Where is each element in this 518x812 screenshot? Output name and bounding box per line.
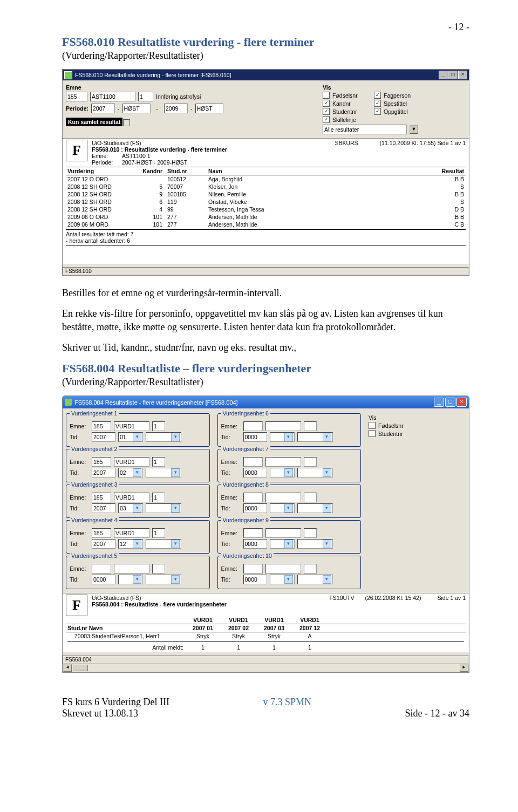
tid-extra-select[interactable]: ▾ [146,468,181,477]
periode-from-term-input[interactable]: HØST [122,104,151,113]
tid-extra-select[interactable]: ▾ [297,432,333,442]
skillelinje-checkbox[interactable]: ✓ [323,116,330,123]
emne-nr-input[interactable] [304,421,317,431]
chevron-down-icon[interactable]: ▾ [284,468,293,477]
tid-term-select[interactable]: 03▾ [118,503,143,513]
tid-year-input[interactable]: 0000 [92,575,115,584]
tid-term-select[interactable]: ▾ [270,503,295,513]
tid-year-input[interactable]: 0000 [243,468,267,477]
fodselsnr-checkbox-2[interactable] [369,422,376,429]
emne-nr-input[interactable] [304,457,317,467]
chevron-down-icon[interactable]: ▾ [284,575,293,584]
tid-term-select[interactable]: ▾ [270,575,295,584]
chevron-down-icon[interactable]: ▾ [284,504,293,513]
close-button[interactable]: × [458,71,467,79]
tid-extra-select[interactable]: ▾ [146,432,181,442]
emne-kode-input[interactable] [265,493,301,502]
tid-extra-select[interactable]: ▾ [297,539,333,549]
chevron-down-icon[interactable]: ▾ [171,504,180,513]
emne-kode-input[interactable] [114,564,149,574]
resultater-select[interactable]: Alle resultater [323,125,407,134]
scroll-left-icon[interactable]: ◄ [63,664,72,672]
emne-kode-input[interactable] [265,564,301,574]
chevron-down-icon[interactable]: ▾ [171,433,180,441]
tid-extra-select[interactable]: ▾ [297,468,333,477]
chevron-down-icon[interactable]: ▾ [284,540,293,548]
chevron-down-icon[interactable]: ▾ [323,433,331,441]
emne-kode-input[interactable] [265,421,301,431]
tid-year-input[interactable]: 2007 [92,468,115,477]
emne-kode-input[interactable]: AST1100 [90,92,135,101]
emne-nr-input[interactable]: 1 [138,92,153,101]
minimize-button[interactable]: _ [434,398,444,407]
emne-inst-input[interactable]: 185 [92,421,111,431]
chevron-down-icon[interactable]: ▾ [133,504,141,513]
emne-inst-input[interactable] [243,564,263,574]
chevron-down-icon[interactable]: ▾ [323,540,331,548]
tid-year-input[interactable]: 2007 [92,432,115,442]
close-button[interactable]: × [456,398,467,407]
minimize-button[interactable]: _ [439,71,448,79]
tid-year-input[interactable]: 0000 [243,575,267,584]
maximize-button[interactable]: □ [445,398,455,407]
chevron-down-icon[interactable]: ▾ [133,468,141,477]
emne-inst-input[interactable]: 185 [92,493,111,502]
horizontal-scrollbar[interactable]: ◄ ► [63,664,469,672]
chevron-down-icon[interactable]: ▾ [171,468,180,477]
fagperson-checkbox[interactable]: ✓ [374,92,381,99]
emne-inst-input[interactable] [243,457,263,467]
scroll-right-icon[interactable]: ► [460,664,468,672]
tid-extra-select[interactable]: ▾ [146,539,181,549]
emne-kode-input[interactable]: VURD1 [114,493,149,502]
tid-term-select[interactable]: 12▾ [118,539,143,549]
tid-year-input[interactable]: 0000 [243,539,267,549]
chevron-down-icon[interactable]: ▾ [323,468,331,477]
emne-nr-input[interactable] [304,564,317,574]
emne-kode-input[interactable]: VURD1 [114,528,149,538]
tid-extra-select[interactable]: ▾ [146,503,181,513]
emne-nr-input[interactable]: 1 [152,528,165,538]
emne-inst-input[interactable] [243,421,263,431]
emne-kode-input[interactable] [265,457,301,467]
emne-kode-input[interactable]: VURD1 [114,421,149,431]
tid-term-select[interactable]: 01▾ [118,432,143,442]
emne-inst-input[interactable] [243,528,263,538]
kun-samlet-checkbox[interactable] [123,119,130,126]
tid-extra-select[interactable]: ▾ [146,575,181,584]
tid-term-select[interactable]: ▾ [118,575,143,584]
chevron-down-icon[interactable]: ▾ [133,540,141,548]
emne-inst-input[interactable]: 185 [66,92,87,101]
tid-year-input[interactable]: 0000 [243,432,267,442]
oppgtittel-checkbox[interactable]: ✓ [374,108,381,115]
tid-year-input[interactable]: 0000 [243,503,267,513]
emne-nr-input[interactable] [304,528,317,538]
emne-kode-input[interactable] [265,528,301,538]
periode-to-term-input[interactable]: HØST [195,104,223,113]
tid-term-select[interactable]: 02▾ [118,468,143,477]
studentnr-checkbox-2[interactable] [369,430,376,437]
chevron-down-icon[interactable]: ▾ [323,575,331,584]
tid-term-select[interactable]: ▾ [270,432,295,442]
emne-inst-input[interactable]: 185 [92,457,111,467]
emne-kode-input[interactable]: VURD1 [114,457,149,467]
emne-nr-input[interactable]: 1 [152,421,165,431]
tid-extra-select[interactable]: ▾ [297,503,333,513]
chevron-down-icon[interactable]: ▾ [284,433,293,441]
emne-nr-input[interactable] [304,493,317,502]
tid-year-input[interactable]: 2007 [92,503,115,513]
chevron-down-icon[interactable]: ▾ [171,575,180,584]
tid-term-select[interactable]: ▾ [270,468,295,477]
chevron-down-icon[interactable]: ▾ [133,433,141,441]
kandnr-checkbox[interactable]: ✓ [323,100,330,107]
tid-extra-select[interactable]: ▾ [297,575,333,584]
chevron-down-icon[interactable]: ▾ [133,575,141,584]
scroll-thumb[interactable] [73,665,88,671]
emne-inst-input[interactable] [92,564,111,574]
emne-inst-input[interactable] [243,493,263,502]
spestittel-checkbox[interactable]: ✓ [374,100,381,107]
emne-nr-input[interactable]: 1 [152,493,165,502]
tid-term-select[interactable]: ▾ [270,539,295,549]
periode-from-year-input[interactable]: 2007 [91,104,115,113]
chevron-down-icon[interactable]: ▾ [323,504,331,513]
chevron-down-icon[interactable]: ▼ [410,125,418,134]
